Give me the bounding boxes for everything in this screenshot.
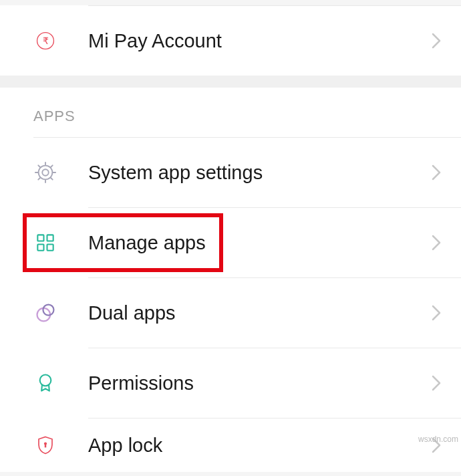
apps-section-header: APPS [8,88,461,137]
mi-pay-account-item[interactable]: ₹ Mi Pay Account [8,6,461,76]
shield-lock-icon [33,433,57,457]
chevron-right-icon [432,375,441,391]
watermark: wsxdn.com [418,435,458,444]
svg-rect-4 [37,235,43,241]
badge-icon [33,371,57,395]
apps-grid-icon [33,231,57,255]
item-label: Manage apps [88,232,432,254]
svg-rect-7 [47,245,53,251]
dual-apps-item[interactable]: Dual apps [8,278,461,348]
svg-rect-12 [45,444,47,447]
chevron-right-icon [432,33,441,49]
item-label: System app settings [88,162,432,184]
item-label: Mi Pay Account [88,30,432,52]
section-gap [0,76,461,88]
permissions-item[interactable]: Permissions [8,348,461,418]
svg-rect-6 [37,245,43,251]
svg-point-10 [40,375,51,386]
item-label: Dual apps [88,302,432,324]
app-lock-item[interactable]: App lock [8,419,461,472]
svg-text:₹: ₹ [43,35,49,46]
chevron-right-icon [432,164,441,181]
svg-point-3 [39,166,53,180]
manage-apps-item[interactable]: Manage apps [8,208,461,277]
item-label: App lock [88,435,432,457]
rupee-icon: ₹ [33,29,57,53]
item-label: Permissions [88,372,432,394]
system-app-settings-item[interactable]: System app settings [8,138,461,207]
chevron-right-icon [432,305,441,321]
svg-point-2 [42,169,48,175]
settings-list: ₹ Mi Pay Account APPS System app setting… [0,5,461,472]
chevron-right-icon [432,235,441,251]
gear-icon [33,160,57,185]
dual-circle-icon [33,301,57,325]
svg-rect-5 [47,235,53,241]
